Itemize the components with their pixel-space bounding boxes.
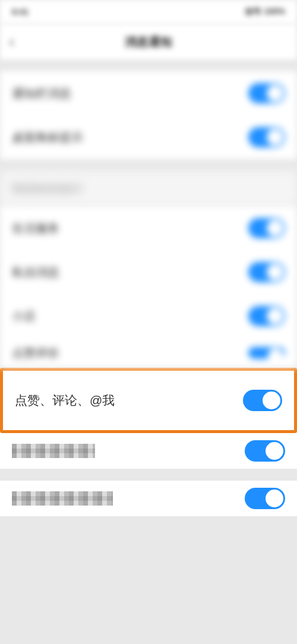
censored-label [12,444,95,458]
status-time: 9:41 [12,7,29,17]
setting-row[interactable]: 点赞评价 [0,338,297,368]
toggle-switch[interactable] [248,127,285,147]
toggle-switch[interactable] [248,306,285,326]
section-header: 我还收到的提示 [0,171,297,206]
setting-label: 桌面角标提示 [12,130,83,146]
censored-label [12,491,113,506]
section-gap [0,469,297,481]
toggle-switch[interactable] [248,347,285,359]
toggle-switch[interactable] [245,488,285,509]
page-title: 消息通知 [0,34,297,50]
section-gap [0,159,297,171]
setting-row[interactable]: 生活服务 [0,206,297,250]
setting-row[interactable]: 小店 [0,294,297,338]
setting-label: 私信消息 [12,264,59,280]
setting-row-likes-comments-mentions[interactable]: 点赞、评论、@我 [3,371,294,430]
settings-section-2: 生活服务 私信消息 小店 点赞评价 [0,206,297,368]
setting-row-badge[interactable]: 桌面角标提示 [0,115,297,159]
bottom-padding [0,516,297,635]
toggle-switch[interactable] [245,440,285,462]
nav-header: ‹ 消息通知 [0,24,297,59]
setting-row-notification[interactable]: 通知栏消息 [0,71,297,115]
status-bar: 9:41 信号 100% [0,0,297,24]
settings-section-1: 通知栏消息 桌面角标提示 [0,71,297,159]
setting-row[interactable]: 私信消息 [0,250,297,294]
toggle-switch[interactable] [248,83,285,103]
setting-label: 生活服务 [12,220,59,236]
setting-label: 点赞、评论、@我 [15,392,115,409]
setting-label: 通知栏消息 [12,86,71,102]
setting-row-censored[interactable] [0,481,297,516]
back-icon[interactable]: ‹ [9,32,14,51]
setting-label: 小店 [12,308,36,324]
toggle-switch[interactable] [248,262,285,282]
toggle-switch[interactable] [243,390,282,411]
highlighted-setting: 点赞、评论、@我 [0,368,297,433]
setting-label: 点赞评价 [12,345,59,361]
status-indicators: 信号 100% [245,7,285,17]
setting-row-censored[interactable] [0,433,297,469]
section-gap [0,59,297,71]
toggle-switch[interactable] [248,218,285,238]
